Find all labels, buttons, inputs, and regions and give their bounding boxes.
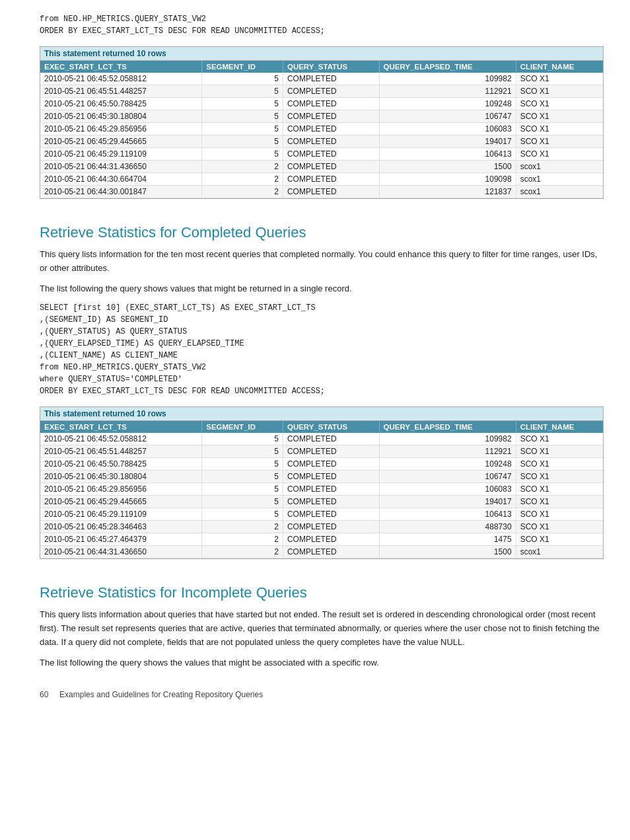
table-cell: 5 — [202, 148, 283, 161]
table-cell: 1500 — [379, 546, 516, 558]
table-cell: 2 — [202, 173, 283, 186]
table-row: 2010-05-21 06:45:52.0588125COMPLETED1099… — [40, 433, 603, 445]
table-cell: scox1 — [516, 161, 603, 173]
table-row: 2010-05-21 06:45:50.7884255COMPLETED1092… — [40, 458, 603, 471]
table1-col-qet: QUERY_ELAPSED_TIME — [379, 61, 516, 73]
table-row: 2010-05-21 06:45:27.4643792COMPLETED1475… — [40, 533, 603, 546]
table-row: 2010-05-21 06:45:29.1191095COMPLETED1064… — [40, 148, 603, 161]
table-row: 2010-05-21 06:45:28.3464632COMPLETED4887… — [40, 521, 603, 533]
table-cell: COMPLETED — [283, 123, 379, 135]
table1-title: This statement returned 10 rows — [40, 47, 603, 61]
table-cell: SCO X1 — [516, 483, 603, 496]
table-cell: COMPLETED — [283, 483, 379, 496]
table-cell: 109098 — [379, 173, 516, 186]
table-cell: scox1 — [516, 173, 603, 186]
table-cell: 5 — [202, 135, 283, 148]
table-cell: 106413 — [379, 148, 516, 161]
table-cell: COMPLETED — [283, 73, 379, 85]
table-cell: SCO X1 — [516, 85, 603, 98]
table1-col-seg: SEGMENT_ID — [202, 61, 283, 73]
table1: EXEC_START_LCT_TS SEGMENT_ID QUERY_STATU… — [40, 61, 603, 198]
table-cell: SCO X1 — [516, 445, 603, 458]
table-cell: COMPLETED — [283, 445, 379, 458]
table-cell: 106747 — [379, 471, 516, 483]
table-cell: 2010-05-21 06:45:29.856956 — [40, 483, 202, 496]
table-cell: COMPLETED — [283, 161, 379, 173]
table2-col-exec: EXEC_START_LCT_TS — [40, 421, 202, 433]
table-cell: SCO X1 — [516, 508, 603, 521]
table-cell: 2010-05-21 06:44:30.664704 — [40, 173, 202, 186]
table-cell: 2 — [202, 533, 283, 546]
table1-col-qs: QUERY_STATUS — [283, 61, 379, 73]
table-cell: COMPLETED — [283, 110, 379, 123]
section2-para2: The list following the query shows the v… — [40, 656, 604, 670]
page-number: 60 — [40, 690, 48, 699]
table-cell: 5 — [202, 85, 283, 98]
section2-title: Retrieve Statistics for Incomplete Queri… — [40, 584, 604, 601]
table-row: 2010-05-21 06:44:31.4366502COMPLETED1500… — [40, 161, 603, 173]
table-row: 2010-05-21 06:45:29.4456655COMPLETED1940… — [40, 496, 603, 508]
table-cell: 2 — [202, 186, 283, 198]
table-cell: 2010-05-21 06:44:30.001847 — [40, 186, 202, 198]
table-cell: 2 — [202, 161, 283, 173]
table-cell: SCO X1 — [516, 458, 603, 471]
table-cell: COMPLETED — [283, 186, 379, 198]
section2-para1: This query lists information about queri… — [40, 608, 604, 649]
section1-title: Retrieve Statistics for Completed Querie… — [40, 224, 604, 241]
table-row: 2010-05-21 06:45:51.4482575COMPLETED1129… — [40, 85, 603, 98]
table-cell: 2010-05-21 06:45:50.788425 — [40, 98, 202, 110]
table-cell: COMPLETED — [283, 458, 379, 471]
table-cell: COMPLETED — [283, 85, 379, 98]
table-cell: 109982 — [379, 73, 516, 85]
table-cell: 2010-05-21 06:45:50.788425 — [40, 458, 202, 471]
table-cell: 5 — [202, 110, 283, 123]
table-cell: 112921 — [379, 85, 516, 98]
table-cell: 2010-05-21 06:45:51.448257 — [40, 445, 202, 458]
table-cell: 2010-05-21 06:45:28.346463 — [40, 521, 202, 533]
table-cell: scox1 — [516, 186, 603, 198]
table-cell: 5 — [202, 123, 283, 135]
table-cell: COMPLETED — [283, 546, 379, 558]
table-cell: 2010-05-21 06:45:51.448257 — [40, 85, 202, 98]
table-row: 2010-05-21 06:45:29.4456655COMPLETED1940… — [40, 135, 603, 148]
table2-title: This statement returned 10 rows — [40, 407, 603, 421]
table-cell: 2010-05-21 06:45:52.058812 — [40, 433, 202, 445]
table-cell: 2010-05-21 06:45:27.464379 — [40, 533, 202, 546]
table2-col-qet: QUERY_ELAPSED_TIME — [379, 421, 516, 433]
table-cell: SCO X1 — [516, 496, 603, 508]
table-cell: SCO X1 — [516, 533, 603, 546]
table-cell: 106413 — [379, 508, 516, 521]
page-footer: 60 Examples and Guidelines for Creating … — [40, 690, 604, 699]
table-cell: 5 — [202, 471, 283, 483]
intro-code-block: from NEO.HP_METRICS.QUERY_STATS_VW2 ORDE… — [40, 13, 604, 37]
table-cell: 2010-05-21 06:44:31.436650 — [40, 161, 202, 173]
table-row: 2010-05-21 06:45:52.0588125COMPLETED1099… — [40, 73, 603, 85]
table-cell: SCO X1 — [516, 110, 603, 123]
table-cell: 112921 — [379, 445, 516, 458]
table-row: 2010-05-21 06:44:31.4366502COMPLETED1500… — [40, 546, 603, 558]
table-cell: 106083 — [379, 123, 516, 135]
table-cell: 121837 — [379, 186, 516, 198]
table-cell: 2010-05-21 06:45:29.445665 — [40, 496, 202, 508]
table-cell: COMPLETED — [283, 471, 379, 483]
table-cell: 2010-05-21 06:45:30.180804 — [40, 471, 202, 483]
table2-header-row: EXEC_START_LCT_TS SEGMENT_ID QUERY_STATU… — [40, 421, 603, 433]
table-row: 2010-05-21 06:45:50.7884255COMPLETED1092… — [40, 98, 603, 110]
table2-col-cn: CLIENT_NAME — [516, 421, 603, 433]
table-cell: 2 — [202, 521, 283, 533]
table-cell: SCO X1 — [516, 98, 603, 110]
table-cell: 488730 — [379, 521, 516, 533]
table-row: 2010-05-21 06:45:29.1191095COMPLETED1064… — [40, 508, 603, 521]
table-row: 2010-05-21 06:45:30.1808045COMPLETED1067… — [40, 110, 603, 123]
table-cell: SCO X1 — [516, 521, 603, 533]
table2-container: This statement returned 10 rows EXEC_STA… — [40, 406, 604, 559]
table2: EXEC_START_LCT_TS SEGMENT_ID QUERY_STATU… — [40, 421, 603, 558]
section1-para2: The list following the query shows value… — [40, 282, 604, 296]
table-cell: COMPLETED — [283, 508, 379, 521]
table-cell: 2010-05-21 06:45:30.180804 — [40, 110, 202, 123]
table-cell: 2010-05-21 06:45:29.445665 — [40, 135, 202, 148]
table-row: 2010-05-21 06:44:30.6647042COMPLETED1090… — [40, 173, 603, 186]
table-cell: COMPLETED — [283, 173, 379, 186]
table-row: 2010-05-21 06:44:30.0018472COMPLETED1218… — [40, 186, 603, 198]
section1-code: SELECT [first 10] (EXEC_START_LCT_TS) AS… — [40, 302, 604, 397]
